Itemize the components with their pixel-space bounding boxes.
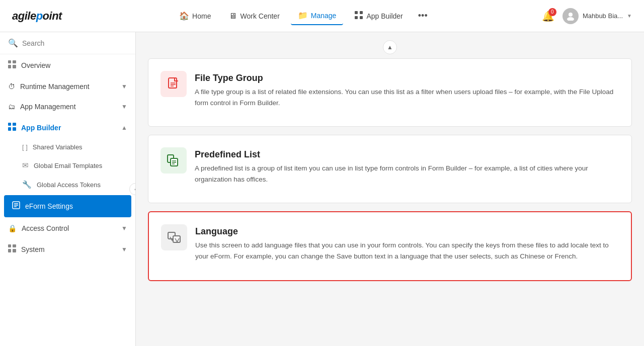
manage-icon: 📁 <box>298 11 308 20</box>
sidebar-item-sharedvars[interactable]: [ ] Shared Variables <box>0 138 135 156</box>
nav-appbuilder[interactable]: App Builder <box>347 7 410 26</box>
svg-rect-7 <box>13 60 16 63</box>
sidebar-item-eform-settings[interactable]: eForm Settings <box>4 195 131 217</box>
runtime-chevron-icon: ▼ <box>121 83 127 90</box>
sidebar-item-eform-settings-label: eForm Settings <box>25 202 73 210</box>
predefined-list-title: Predefined List <box>195 149 619 160</box>
main-nav: 🏠 Home 🖥 Work Center 📁 Manage App Builde… <box>172 7 432 26</box>
nav-manage-label: Manage <box>311 12 337 20</box>
svg-point-4 <box>569 13 573 17</box>
user-area[interactable]: Mahbub Bia... ▼ <box>562 8 632 24</box>
collapse-top-area: ▲ <box>148 40 632 54</box>
svg-rect-1 <box>360 11 363 14</box>
appbuilder-nav-icon <box>354 11 363 22</box>
header: agilepoint 🏠 Home 🖥 Work Center 📁 Manage <box>0 0 644 32</box>
sidebar-item-overview-label: Overview <box>21 61 50 69</box>
access-control-chevron-icon: ▼ <box>121 225 127 232</box>
nav-workcenter-label: Work Center <box>240 12 279 20</box>
svg-rect-13 <box>13 127 16 131</box>
card-file-type-group[interactable]: File Type Group A file type group is a l… <box>148 58 632 127</box>
nav-appbuilder-label: App Builder <box>366 12 403 20</box>
svg-rect-12 <box>8 127 11 131</box>
svg-rect-19 <box>13 244 16 247</box>
svg-rect-2 <box>355 16 358 19</box>
user-chevron-icon: ▼ <box>627 13 632 19</box>
predefined-list-icon <box>160 147 187 174</box>
sidebar-item-system[interactable]: System ▼ <box>0 238 135 260</box>
svg-rect-9 <box>13 65 16 68</box>
main-content: ▲ File Type Group A file type group is a… <box>136 32 644 346</box>
card-predefined-list[interactable]: Predefined List A predefined list is a g… <box>148 135 632 203</box>
sidebar-item-access-control-label: Access Control <box>22 224 69 232</box>
sidebar-item-appmanagement[interactable]: 🗂 App Management ▼ <box>0 97 135 117</box>
svg-rect-18 <box>8 244 11 247</box>
file-type-group-icon <box>160 71 187 97</box>
user-name: Mahbub Bia... <box>583 12 623 20</box>
sidebar-item-runtime[interactable]: ⏱ Runtime Management ▼ <box>0 76 135 97</box>
user-avatar <box>562 8 579 24</box>
home-icon: 🏠 <box>179 11 189 21</box>
appbuilder-chevron-icon: ▲ <box>121 124 127 131</box>
svg-rect-8 <box>8 65 11 68</box>
sidebar-item-sharedvars-label: Shared Variables <box>33 143 83 151</box>
eform-settings-icon <box>12 201 20 211</box>
language-icon <box>161 224 187 250</box>
access-control-icon: 🔒 <box>8 224 17 232</box>
layout: 🔍 Overview ⏱ Runtime Management ▼ 🗂 App … <box>0 32 644 346</box>
sidebar-item-appbuilder-label: App Builder <box>21 124 61 132</box>
sidebar-item-access-control[interactable]: 🔒 Access Control ▼ <box>0 218 135 238</box>
sidebar-item-system-label: System <box>21 245 45 253</box>
svg-rect-21 <box>13 249 16 252</box>
global-email-icon: ✉ <box>22 161 29 170</box>
appmanagement-icon: 🗂 <box>8 103 15 111</box>
nav-home[interactable]: 🏠 Home <box>172 7 218 25</box>
sidebar-item-runtime-label: Runtime Management <box>20 82 90 91</box>
appmanagement-chevron-icon: ▼ <box>121 103 127 110</box>
sidebar-item-global-email-label: Global Email Templates <box>34 162 102 169</box>
svg-rect-20 <box>8 249 11 252</box>
file-type-group-desc: A file type group is a list of related f… <box>195 86 619 108</box>
nav-more-button[interactable]: ••• <box>414 7 432 25</box>
sidebar-item-global-access[interactable]: 🔧 Global Access Tokens <box>0 175 135 194</box>
svg-rect-10 <box>8 123 11 126</box>
nav-manage[interactable]: 📁 Manage <box>291 7 344 25</box>
sharedvars-icon: [ ] <box>22 143 28 151</box>
logo-text: agilepoint <box>12 10 62 23</box>
svg-rect-3 <box>360 16 363 19</box>
sidebar-item-appbuilder[interactable]: App Builder ▲ <box>0 117 135 138</box>
overview-icon <box>8 60 16 70</box>
system-chevron-icon: ▼ <box>121 246 127 253</box>
language-desc: Use this screen to add language files th… <box>195 240 619 262</box>
search-input[interactable] <box>22 39 127 47</box>
logo: agilepoint <box>12 10 62 23</box>
sidebar-item-appmanagement-label: App Management <box>20 103 76 111</box>
header-right: 🔔 0 Mahbub Bia... ▼ <box>542 8 632 24</box>
predefined-list-desc: A predefined list is a group of list ite… <box>195 163 619 185</box>
system-icon <box>8 244 16 254</box>
runtime-icon: ⏱ <box>8 82 15 91</box>
notification-badge: 0 <box>548 8 556 16</box>
appbuilder-sidebar-icon <box>8 123 16 132</box>
sidebar: 🔍 Overview ⏱ Runtime Management ▼ 🗂 App … <box>0 32 136 346</box>
svg-rect-11 <box>13 123 16 126</box>
search-icon: 🔍 <box>8 38 18 48</box>
language-title: Language <box>195 226 619 237</box>
sidebar-item-global-access-label: Global Access Tokens <box>37 181 101 189</box>
svg-point-5 <box>567 17 574 21</box>
global-access-icon: 🔧 <box>22 180 32 189</box>
nav-home-label: Home <box>192 12 211 20</box>
collapse-top-button[interactable]: ▲ <box>383 40 397 54</box>
search-container: 🔍 <box>0 32 135 54</box>
workcenter-icon: 🖥 <box>229 12 237 21</box>
notification-button[interactable]: 🔔 0 <box>542 10 554 22</box>
sidebar-item-overview[interactable]: Overview <box>0 54 135 76</box>
file-type-group-title: File Type Group <box>195 73 619 83</box>
card-language[interactable]: Language Use this screen to add language… <box>148 211 632 281</box>
sidebar-item-global-email[interactable]: ✉ Global Email Templates <box>0 156 135 175</box>
svg-rect-0 <box>355 11 358 14</box>
nav-workcenter[interactable]: 🖥 Work Center <box>222 8 286 25</box>
svg-rect-6 <box>8 60 11 63</box>
